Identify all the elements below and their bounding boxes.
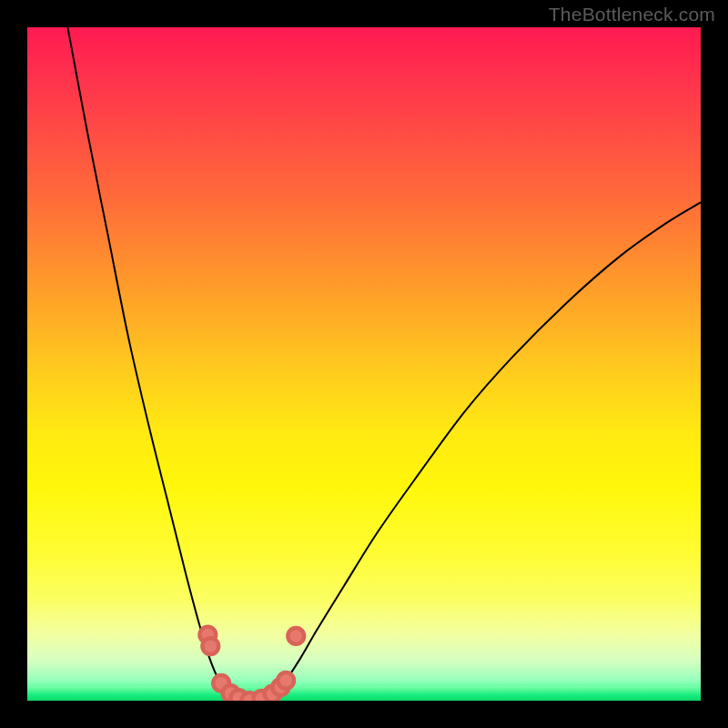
plot-area [27, 27, 701, 701]
chart-svg [27, 27, 701, 701]
marker-dot [288, 628, 304, 644]
marker-dot [278, 672, 294, 689]
bottleneck-curve [67, 27, 701, 701]
marker-dot [202, 638, 218, 654]
watermark-text: TheBottleneck.com [549, 4, 715, 25]
marker-group [199, 627, 304, 701]
